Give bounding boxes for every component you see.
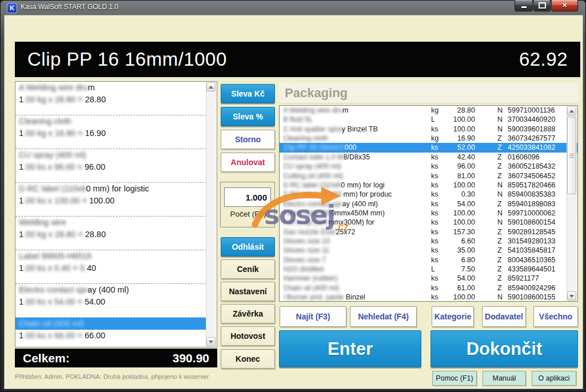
nastaveni-button[interactable]: Nastavení: [221, 282, 275, 301]
receipt-item[interactable]: D RC label (110x60 mm) for logistic 1.00…: [15, 183, 216, 217]
catalog-row[interactable]: Gloves size 10 ks 6.60 Z 301549280133: [280, 237, 577, 246]
nehledat-button[interactable]: Nehledat (F4): [350, 306, 417, 327]
catalog-row[interactable]: D RC label (110x60 mm) for logi ks 100.0…: [280, 181, 577, 190]
scroll-down-icon[interactable]: [206, 337, 216, 346]
catalog-item-name: Cleaning cloth: [283, 134, 429, 143]
receipt-list[interactable]: A Welding wire drum 1.00 kg x 28.80 = 28…: [15, 81, 217, 347]
catalog-row[interactable]: Fabric tape (500mmx450M mm) ks 100.00 N …: [280, 209, 577, 218]
konec-button[interactable]: Konec: [221, 349, 275, 369]
catalog-row[interactable]: CU spray (400 ml) ks 96.00 Z 36005218543…: [280, 162, 577, 171]
catalog-item-tax: N: [497, 218, 507, 227]
total-bar: Celkem: 390.90: [15, 349, 217, 367]
catalog-item-name: Gloves size 11: [283, 246, 429, 255]
odhlasit-button[interactable]: Odhlásit: [221, 237, 275, 257]
catalog-item-code: 859400835383: [508, 190, 567, 199]
catalog-item-tax: N: [497, 106, 507, 115]
catalog-item-price: 54.00: [442, 274, 475, 283]
receipt-item[interactable]: Electro contact spray (400 ml) 1.00 ks x…: [15, 284, 216, 318]
zaverka-button[interactable]: Závěrka: [221, 304, 275, 323]
pomoc-button[interactable]: Pomoc (F1): [432, 371, 477, 386]
sleva-pct-button[interactable]: Sleva %: [221, 107, 275, 126]
catalog-row[interactable]: Hammer (rubber) ks 54.00 Z 85921177: [280, 274, 577, 283]
catalog-row[interactable]: Gloves size 7 ks 6.80 Z 800436510365: [280, 255, 577, 265]
quantity-group: 1.000 Počet (F5): [220, 182, 275, 227]
storno-button[interactable]: Storno: [221, 130, 275, 149]
catalog-list[interactable]: A Welding wire drum kg 28.80 N 599710001…: [279, 105, 578, 302]
catalog-row[interactable]: Contact tube 1.0 M8/D8x35 ks 42.40 Z 016…: [280, 153, 577, 162]
receipt-item-calc: 1.00 ks x 66.00 = 66.00: [15, 330, 216, 342]
sleva-kc-button[interactable]: Sleva Kč: [221, 84, 275, 103]
receipt-scrollbar[interactable]: [206, 82, 216, 346]
window-controls: ✕: [514, 0, 578, 11]
cenik-button[interactable]: Ceník: [221, 259, 275, 279]
o-aplikaci-button[interactable]: O aplikaci: [532, 371, 576, 386]
receipt-item-calc: 1.00 ks x 0.40 = 0.40: [15, 262, 216, 274]
catalog-item-price: 81.00: [442, 171, 475, 181]
catalog-item-code: 541035845817: [508, 246, 567, 255]
anulovat-button[interactable]: Anulovat: [221, 153, 275, 172]
catalog-row[interactable]: H2O distilled L 7.50 Z 433589644501: [280, 265, 577, 274]
enter-button[interactable]: Enter: [279, 330, 421, 367]
catalog-row[interactable]: Gas nozzle D16/25x72 ks 157.30 Z 5902891…: [280, 227, 577, 237]
catalog-item-code: 590039601888: [508, 125, 567, 134]
catalog-item-price: 28.80: [442, 106, 475, 115]
app-icon: K: [7, 3, 17, 13]
maximize-button[interactable]: [533, 0, 551, 11]
catalog-item-tax: N: [497, 190, 507, 199]
catalog-row[interactable]: Gloves size 11 ks 35.00 Z 541035845817: [280, 246, 577, 255]
current-product-name: Clip PP 16 16mm/1000: [27, 49, 227, 70]
current-product-price: 62.92: [519, 49, 568, 70]
catalog-item-code: 85921177: [508, 274, 567, 283]
scroll-up-icon[interactable]: [567, 106, 576, 115]
catalog-item-name: CU spray (400 ml): [283, 162, 429, 171]
receipt-item-name: A Welding wire drum: [15, 82, 203, 94]
najit-button[interactable]: Najít (F3): [280, 306, 346, 327]
catalog-row[interactable]: Chain oil (400 ml) ks 61.00 Z 8594009242…: [280, 283, 577, 293]
dodavatel-button[interactable]: Dodavatel: [482, 306, 526, 327]
receipt-item[interactable]: Cleaning cloth 1.00 kg x 16.90 = 16.90: [15, 115, 216, 149]
catalog-item-tax: Z: [497, 237, 507, 246]
receipt-item[interactable]: Label 99605-H6516 1.00 ks x 0.40 = 0.40: [15, 250, 216, 284]
receipt-item[interactable]: A Welding wire drum 1.00 kg x 28.80 = 28…: [15, 82, 216, 115]
title-bar[interactable]: K Kasa WalSoft START GOLD 1.0 ✕: [0, 0, 586, 15]
catalog-item-tax: Z: [497, 283, 507, 293]
catalog-item-price: 100.00: [442, 115, 475, 124]
catalog-item-price: 35.00: [442, 246, 475, 255]
scroll-down-icon[interactable]: [567, 291, 576, 301]
catalog-item-tax: N: [497, 209, 507, 218]
catalog-row[interactable]: Cleaning cloth kg 16.90 Z 360734267577: [280, 134, 577, 143]
quantity-input[interactable]: 1.000: [224, 187, 271, 207]
scroll-up-icon[interactable]: [206, 82, 216, 91]
catalog-item-name: Cutting oil (400 ml): [283, 171, 429, 181]
catalog-row[interactable]: Electro contact spray (400 ml) ks 54.00 …: [280, 199, 577, 209]
dokoncit-button[interactable]: Dokončit: [430, 330, 578, 367]
receipt-item[interactable]: Welding wire 1.00 kg x 28.80 = 28.80: [15, 217, 216, 250]
minimize-button[interactable]: [515, 0, 533, 11]
catalog-row[interactable]: Foil wrap (500mmx300M) for ks 100.00 N 5…: [280, 218, 577, 227]
catalog-scroll-thumb[interactable]: [567, 117, 576, 194]
catalog-item-name: Gloves size 7: [283, 255, 429, 265]
catalog-item-name: C Anti spatter spray Binzel TB: [283, 125, 429, 134]
kategorie-button[interactable]: Kategorie: [432, 306, 474, 327]
manual-button[interactable]: Manuál: [483, 371, 526, 386]
catalog-item-name: Chain oil (400 ml): [283, 283, 429, 293]
close-button[interactable]: ✕: [551, 0, 578, 11]
catalog-row[interactable]: Clip PP 16 16mm/1000 ks 52.00 Z 42503384…: [280, 143, 577, 152]
catalog-row[interactable]: Cutting oil (400 ml) ks 81.00 Z 36073450…: [280, 171, 577, 181]
catalog-item-code: 590108600154: [508, 218, 567, 227]
catalog-row[interactable]: D RC label (80x50 mm) for produc ks 0.30…: [280, 190, 577, 199]
receipt-item[interactable]: CU spray (400 ml) 1.00 ks x 96.00 = 96.0…: [15, 149, 216, 183]
catalog-item-code: 859517820466: [508, 181, 567, 190]
catalog-item-code: 425033841082: [508, 143, 567, 152]
receipt-item[interactable]: Chain oil (400 ml) 1.00 ks x 66.00 = 66.…: [15, 318, 216, 347]
catalog-row[interactable]: C Anti spatter spray Binzel TB ks 100.00…: [280, 125, 577, 134]
hotovost-button[interactable]: Hotovost: [221, 326, 275, 346]
client-area: Clip PP 16 16mm/1000 62.92 A Welding wir…: [4, 15, 583, 389]
catalog-row[interactable]: A Welding wire drum kg 28.80 N 599710001…: [280, 106, 577, 115]
catalog-row[interactable]: i Burner prot. paste Binzel ks 100.00 N …: [280, 293, 577, 302]
receipt-item-name: Electro contact spray (400 ml): [15, 284, 203, 296]
catalog-row[interactable]: B fluid 5L L 100.00 N 370034460920: [280, 115, 577, 124]
catalog-scrollbar[interactable]: [567, 106, 577, 301]
receipt-item-name: CU spray (400 ml): [15, 149, 203, 161]
vsechno-button[interactable]: Všechno: [533, 306, 578, 327]
